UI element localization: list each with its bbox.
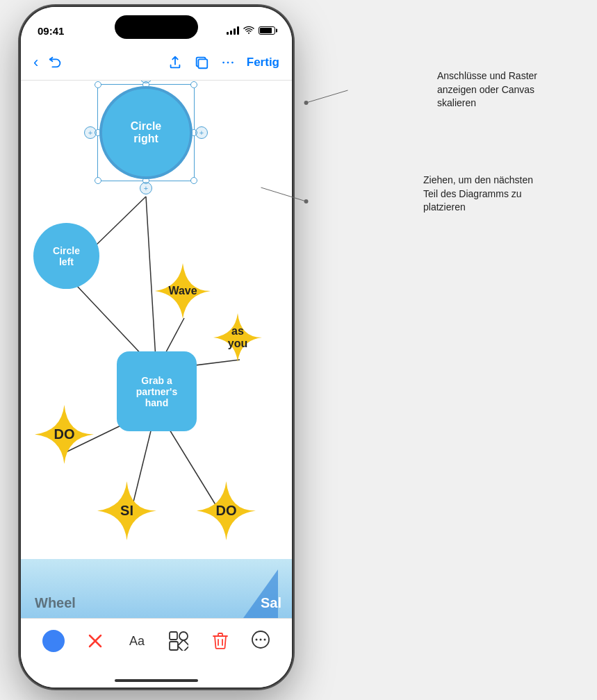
text-tool[interactable]: Aa (126, 630, 148, 652)
svg-point-6 (222, 61, 224, 63)
node-circle-left[interactable]: Circle left (33, 223, 99, 289)
undo-button[interactable] (48, 55, 63, 70)
canvas-area: + + + + Circle right Circle left Grab a … (21, 81, 292, 618)
phone-frame: 09:41 ‹ (21, 7, 292, 688)
node-grab-partner[interactable]: Grab a partner's hand (117, 351, 197, 431)
handle-tl[interactable] (95, 81, 101, 88)
svg-point-28 (264, 639, 266, 641)
svg-point-8 (231, 61, 234, 63)
svg-point-27 (260, 639, 262, 641)
svg-rect-22 (178, 640, 188, 651)
wifi-icon (243, 26, 254, 36)
anchor-top[interactable]: + (140, 81, 152, 83)
wheel-label: Wheel (35, 595, 76, 611)
node-as-you[interactable]: as you (210, 310, 265, 365)
anchor-right[interactable]: + (195, 126, 208, 139)
svg-rect-21 (170, 642, 178, 650)
handle-bm[interactable] (142, 177, 149, 184)
svg-point-26 (256, 639, 258, 641)
node-circle-right[interactable]: Circle right (101, 88, 191, 178)
svg-rect-20 (179, 632, 188, 640)
node-si[interactable]: SI (94, 478, 160, 544)
bottom-toolbar: Aa (21, 618, 292, 688)
more-button[interactable] (220, 55, 236, 70)
annotation-mid: Ziehen, um den nächsten Teil des Diagram… (423, 174, 576, 215)
back-button[interactable]: ‹ (33, 53, 38, 72)
anchor-bottom[interactable]: + (140, 182, 152, 194)
home-indicator (115, 679, 198, 682)
node-do-bottom[interactable]: DO (193, 478, 259, 544)
anchor-left[interactable]: + (84, 126, 97, 139)
battery-icon (259, 26, 275, 35)
dot-tool[interactable] (42, 630, 65, 652)
svg-rect-5 (198, 59, 207, 68)
annotation-top: Anschlüsse und Raster anzeigen oder Canv… (437, 69, 576, 110)
add-shape-tool[interactable] (167, 630, 190, 652)
share-button[interactable] (167, 55, 183, 70)
svg-point-3 (304, 199, 309, 203)
status-time: 09:41 (38, 25, 64, 37)
handle-rm[interactable] (190, 129, 197, 136)
trash-tool[interactable] (209, 630, 231, 652)
status-icons (227, 26, 275, 36)
node-wave[interactable]: Wave (152, 260, 214, 322)
toolbar: ‹ (21, 44, 292, 81)
pen-tool[interactable] (84, 630, 106, 652)
signal-bars (227, 26, 239, 35)
layers-button[interactable] (194, 55, 209, 70)
svg-line-0 (306, 90, 348, 103)
fertig-button[interactable]: Fertig (247, 56, 279, 69)
handle-bl[interactable] (95, 177, 101, 184)
svg-rect-19 (170, 632, 177, 640)
svg-point-7 (227, 61, 229, 63)
dynamic-island (115, 15, 198, 39)
svg-point-1 (304, 101, 309, 105)
handle-tr[interactable] (190, 81, 197, 88)
sal-label: Sal (261, 595, 281, 611)
node-do-left[interactable]: DO (31, 401, 97, 467)
more-tool[interactable] (251, 630, 270, 649)
handle-br[interactable] (190, 177, 197, 184)
